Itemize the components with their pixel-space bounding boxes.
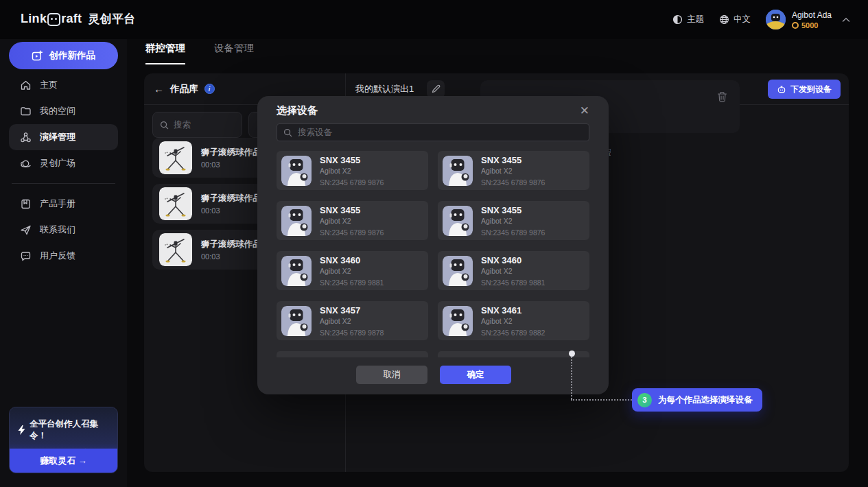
device-card[interactable]: SNX 3455 Agibot X2 SN:2345 6789 9876: [277, 151, 428, 190]
close-icon[interactable]: ✕: [577, 102, 592, 119]
sidebar-nav: 主页 我的空间 演绎管理 灵创广场 产品手册 联系我们: [9, 72, 118, 269]
trash-icon[interactable]: [717, 91, 727, 102]
search-icon: [283, 128, 292, 137]
sidebar-item-label: 联系我们: [40, 224, 75, 236]
stage-title: 我的默认演出1: [355, 83, 414, 95]
robot-avatar: [281, 156, 312, 186]
chat-bubble-icon: [20, 250, 32, 262]
device-name: SNX 3460: [481, 255, 545, 265]
sidebar-item-home[interactable]: 主页: [9, 72, 118, 98]
earn-gems-button[interactable]: 赚取灵石 →: [10, 449, 117, 473]
work-meta: 狮子滚绣球作品 00:03: [201, 239, 261, 261]
sidebar-item-label: 我的空间: [40, 105, 75, 117]
user-avatar: [766, 10, 786, 29]
device-name: SNX 3455: [320, 205, 384, 215]
language-switcher[interactable]: 中文: [719, 14, 751, 25]
work-meta: 狮子滚绣球作品 00:03: [201, 147, 261, 169]
theme-icon: [672, 14, 683, 25]
device-search-input[interactable]: [298, 128, 583, 137]
work-duration: 00:03: [201, 161, 261, 169]
search-icon: [160, 121, 169, 130]
device-meta: SNX 3460 Agibot X2 SN:2345 6789 9881: [481, 255, 545, 287]
tab-group-control[interactable]: 群控管理: [145, 42, 185, 64]
work-meta: 狮子滚绣球作品 00:03: [201, 193, 261, 215]
sidebar-item-feedback[interactable]: 用户反馈: [9, 243, 118, 269]
device-meta: SNX 3455 Agibot X2 SN:2345 6789 9876: [481, 155, 545, 187]
robot-avatar: [443, 306, 473, 336]
tour-dotted-line-vertical: [571, 357, 572, 399]
create-work-label: 创作新作品: [49, 49, 95, 62]
device-card[interactable]: SNX 3457 Agibot X2 SN:2345 6789 9878: [277, 301, 428, 340]
chevron-up-icon[interactable]: [842, 17, 850, 23]
device-card-partial[interactable]: [277, 351, 428, 357]
book-icon: [20, 198, 32, 210]
language-label: 中文: [734, 14, 751, 25]
work-thumbnail: [159, 141, 192, 174]
device-sn: SN:2345 6789 9882: [481, 329, 545, 337]
device-name: SNX 3457: [320, 305, 384, 316]
robot-head-icon: [777, 85, 786, 94]
device-meta: SNX 3455 Agibot X2 SN:2345 6789 9876: [320, 205, 384, 237]
user-credits: 5000: [792, 21, 832, 29]
work-title: 狮子滚绣球作品: [201, 193, 261, 204]
device-meta: SNX 3457 Agibot X2 SN:2345 6789 9878: [320, 305, 384, 337]
device-name: SNX 3455: [481, 205, 545, 215]
theme-label: 主题: [687, 14, 704, 25]
sidebar-item-label: 灵创广场: [40, 157, 75, 169]
device-meta: SNX 3455 Agibot X2 SN:2345 6789 9876: [481, 205, 545, 237]
device-model: Agibot X2: [481, 217, 545, 225]
sidebar-item-contact-us[interactable]: 联系我们: [9, 217, 118, 243]
back-arrow-icon[interactable]: ←: [154, 83, 164, 95]
brand-suffix: raft: [61, 12, 82, 26]
device-card[interactable]: SNX 3460 Agibot X2 SN:2345 6789 9881: [277, 251, 428, 290]
tour-step-badge: 3: [637, 393, 652, 407]
create-work-button[interactable]: 创作新作品: [9, 42, 118, 69]
device-card[interactable]: SNX 3455 Agibot X2 SN:2345 6789 9876: [438, 201, 589, 240]
library-search[interactable]: [152, 112, 242, 138]
library-search-input[interactable]: [174, 120, 235, 130]
device-card[interactable]: SNX 3455 Agibot X2 SN:2345 6789 9876: [438, 151, 589, 190]
coin-icon: [792, 22, 799, 29]
sidebar-divider: [12, 183, 115, 184]
sidebar-item-my-space[interactable]: 我的空间: [9, 98, 118, 124]
sidebar-item-plaza[interactable]: 灵创广场: [9, 150, 118, 176]
brand-c-icon: [47, 13, 60, 26]
device-sn: SN:2345 6789 9881: [481, 278, 545, 287]
tab-device-management[interactable]: 设备管理: [214, 42, 254, 64]
device-model: Agibot X2: [320, 267, 384, 275]
paper-plane-icon: [20, 224, 32, 236]
sidebar-item-performance-management[interactable]: 演绎管理: [9, 124, 118, 150]
sidebar-item-label: 用户反馈: [40, 250, 75, 262]
sidebar: 创作新作品 主页 我的空间 演绎管理 灵创广场 产品手册: [0, 39, 127, 487]
main-tabs: 群控管理 设备管理: [145, 42, 254, 64]
info-icon[interactable]: i: [204, 84, 215, 94]
device-card[interactable]: SNX 3460 Agibot X2 SN:2345 6789 9881: [438, 251, 589, 290]
device-card-partial[interactable]: [438, 351, 589, 357]
edit-stage-name-button[interactable]: [427, 80, 445, 98]
device-sn: SN:2345 6789 9876: [320, 228, 384, 237]
brand-logo[interactable]: Linkraft 灵创平台: [21, 11, 136, 27]
brand-platform-name: 灵创平台: [88, 11, 135, 27]
device-card[interactable]: SNX 3455 Agibot X2 SN:2345 6789 9876: [277, 201, 428, 240]
sidebar-item-label: 产品手册: [40, 198, 75, 210]
cancel-button[interactable]: 取消: [356, 366, 427, 384]
device-model: Agibot X2: [481, 267, 545, 275]
brand-prefix: Link: [21, 12, 47, 26]
folder-icon: [20, 106, 32, 117]
work-duration: 00:03: [201, 206, 261, 215]
device-card[interactable]: SNX 3461 Agibot X2 SN:2345 6789 9882: [438, 301, 589, 340]
tour-tooltip[interactable]: 3 为每个作品选择演绎设备: [632, 388, 762, 412]
sidebar-item-product-manual[interactable]: 产品手册: [9, 191, 118, 217]
theme-toggle[interactable]: 主题: [672, 14, 704, 25]
robot-avatar: [281, 306, 312, 336]
app-root: Linkraft 灵创平台 主题 中文 Agibot: [0, 0, 868, 487]
device-sn: SN:2345 6789 9876: [481, 178, 545, 187]
confirm-button[interactable]: 确定: [440, 366, 511, 384]
device-search[interactable]: [277, 123, 589, 141]
deploy-to-device-button[interactable]: 下发到设备: [768, 80, 841, 99]
sidebar-item-label: 演绎管理: [40, 131, 75, 143]
user-menu[interactable]: Agibot Ada 5000: [766, 10, 850, 29]
work-title: 狮子滚绣球作品: [201, 147, 261, 158]
device-name: SNX 3461: [481, 305, 545, 316]
work-thumbnail: [159, 233, 192, 266]
